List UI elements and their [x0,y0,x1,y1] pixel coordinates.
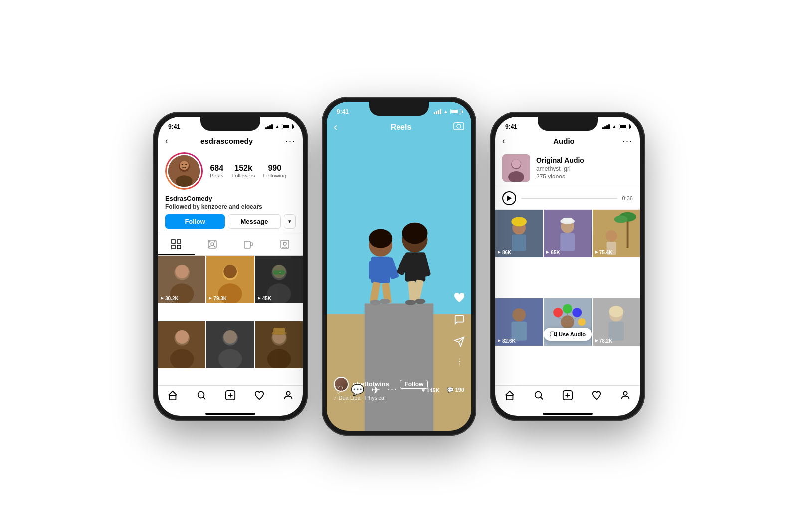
audio-grid-item-4[interactable]: 82.6K [495,298,543,346]
svg-rect-51 [273,328,285,334]
bottom-nav-1 [158,385,303,411]
svg-rect-9 [177,245,181,249]
svg-point-58 [286,391,290,395]
audio-more-button[interactable]: ··· [622,136,633,146]
audio-header: ‹ Audio ··· [495,135,640,149]
grid-item-1[interactable]: 30.2K [158,256,205,303]
audio-title: Audio [553,137,575,145]
tab-tagged[interactable] [267,234,303,255]
use-audio-button[interactable]: Use Audio [544,328,591,341]
svg-point-40 [170,349,194,368]
svg-point-34 [273,270,279,275]
phone-reels-screen: 9:41 ▲ ‹ Reels [327,102,471,431]
grid-item-3[interactable]: 45K [255,256,303,303]
profile-username-title: esdrascomedy [200,137,253,145]
reels-header: ‹ Reels [327,120,471,138]
follow-button[interactable]: Follow [165,214,225,229]
stat-following[interactable]: 990 Following [263,164,286,178]
audio-grid-item-3[interactable]: 75.4K [593,210,640,257]
svg-marker-101 [498,251,501,254]
profile-tabs [158,234,303,256]
wifi-icon-2: ▲ [443,109,448,114]
phone-profile-screen: 9:41 ▲ ‹ esdrascomedy [158,117,303,416]
audio-grid-item-5[interactable]: Use Audio [544,298,591,346]
follower-name-1[interactable]: kenzoere [201,203,227,210]
svg-rect-7 [177,240,181,243]
svg-point-15 [214,246,215,247]
back-button[interactable]: ‹ [165,136,168,146]
share-icon [454,336,465,347]
reels-back-button[interactable]: ‹ [334,121,349,134]
comment-icon [454,314,465,325]
play-button[interactable] [502,191,516,205]
nav-heart-3[interactable] [591,390,602,404]
reel-share-button[interactable] [454,336,465,349]
user-icon-3 [620,390,631,401]
audio-count-1: 86K [497,250,511,255]
svg-point-78 [369,229,392,248]
status-bar-2: 9:41 ▲ [327,102,471,120]
reel-share-icon-bottom[interactable]: ✈ [371,384,380,397]
status-icons-1: ▲ [265,124,293,129]
dropdown-button[interactable]: ▾ [284,214,296,229]
reel-like-count: ♥ 145K [422,387,440,393]
reel-like-button[interactable] [453,292,465,305]
follower-name-2[interactable]: eloears [241,203,262,210]
home-icon [167,390,178,401]
nav-home-3[interactable] [504,390,515,404]
svg-rect-100 [512,234,526,251]
tab-igtv[interactable] [230,234,267,255]
reel-more-button[interactable]: ··· [454,358,465,365]
reel-heart-icon-bottom[interactable]: ♡ [334,384,344,397]
nav-heart-1[interactable] [254,390,265,404]
audio-grid-item-2[interactable]: 65K [544,210,591,257]
audio-grid-item-1[interactable]: 86K [495,210,543,257]
phone-audio-screen: 9:41 ▲ ‹ Audio ·· [495,117,640,416]
svg-point-3 [180,160,189,169]
grid-item-2[interactable]: 79.3K [206,256,254,303]
audio-player: 0:36 [495,187,640,210]
message-button[interactable]: Message [228,214,281,229]
audio-count-6: 78.2K [595,338,613,344]
svg-rect-135 [507,395,513,400]
audio-progress-bar[interactable] [521,198,617,199]
svg-point-77 [415,298,425,304]
camera-small-icon [550,331,557,338]
svg-point-136 [535,391,542,398]
nav-search-1[interactable] [196,390,207,404]
posts-label: Posts [210,173,224,178]
bottom-nav-3 [495,385,640,411]
nav-profile-1[interactable] [283,390,294,404]
nav-add-1[interactable] [225,390,236,404]
nav-profile-3[interactable] [620,390,631,404]
grid-icon [171,239,181,249]
audio-back-button[interactable]: ‹ [502,136,505,146]
reels-camera-button[interactable] [453,121,464,133]
grid-item-4[interactable] [158,321,205,368]
nav-search-3[interactable] [533,390,544,404]
nav-home-1[interactable] [167,390,178,404]
svg-point-28 [224,265,237,278]
nav-add-3[interactable] [562,390,573,404]
play-icon [507,195,512,201]
avatar-image [168,154,200,188]
grid-item-5[interactable] [206,321,254,368]
audio-artist: amethyst_grl [536,165,584,172]
stat-followers[interactable]: 152k Followers [232,164,255,178]
svg-rect-61 [365,303,433,430]
svg-marker-107 [546,251,549,254]
svg-point-76 [405,300,416,305]
reel-comment-button[interactable] [454,314,465,327]
reel-comment-icon-bottom[interactable]: 💬 [351,384,364,397]
svg-point-116 [512,308,526,322]
reel-action-icons-row: ♡ 💬 ✈ ··· [334,384,398,397]
svg-point-12 [209,241,210,242]
grid-item-6[interactable] [255,321,303,368]
more-options-button[interactable]: ··· [285,136,296,146]
tab-reels[interactable] [195,234,231,255]
tab-grid[interactable] [158,234,195,255]
stat-posts[interactable]: 684 Posts [210,164,224,178]
svg-point-44 [218,349,242,368]
audio-grid-item-6[interactable]: 78.2K [593,298,640,346]
reel-more-icon-bottom[interactable]: ··· [387,384,398,397]
